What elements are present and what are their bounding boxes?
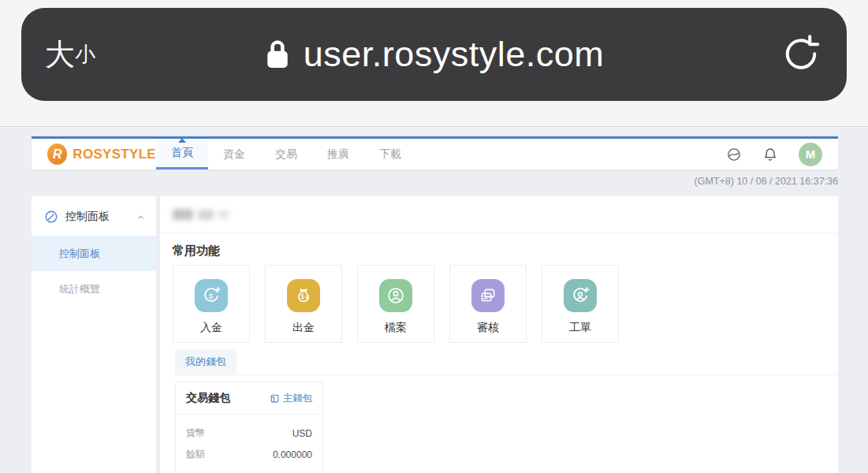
nav-item-home[interactable]: 首頁 (156, 139, 208, 169)
main-wallet-link[interactable]: 主錢包 (270, 392, 313, 405)
sidebar-item-dashboard[interactable]: 控制面板 (32, 236, 156, 271)
tab-my-wallet[interactable]: 我的錢包 (175, 349, 237, 374)
header-actions: M (726, 139, 838, 169)
nav-item-trade[interactable]: 交易 (260, 139, 312, 169)
page-title-row (160, 196, 838, 233)
profile-icon (379, 279, 412, 312)
wallet-card: 交易錢包 主錢包 貨幣 USD (175, 382, 323, 473)
content: 控制面板 控制面板 統計概覽 常用功能 (32, 196, 838, 473)
top-nav: 首頁 資金 交易 推廣 下載 (156, 139, 416, 169)
quick-action-cards: $ 入金 $ (173, 265, 825, 343)
timestamp: (GMT+8) 10 / 06 / 2021 16:37:36 (695, 176, 838, 187)
avatar[interactable]: M (799, 143, 822, 166)
quick-actions-section: 常用功能 $ 入金 (160, 233, 838, 343)
brand-logo[interactable]: R ROSYSTYLE (32, 139, 156, 169)
nav-item-download[interactable]: 下載 (364, 139, 416, 169)
review-icon (471, 279, 505, 312)
url-display: user.rosystyle.com (21, 8, 847, 101)
sidebar: 控制面板 控制面板 統計概覽 (32, 196, 156, 473)
wallet-tab-bar: 我的錢包 (175, 349, 838, 375)
browser-chrome: 大小 user.rosystyle.com (0, 0, 868, 127)
wallet-row-currency: 貨幣 USD (186, 423, 312, 444)
nav-item-promotion[interactable]: 推廣 (312, 139, 364, 169)
url-text: user.rosystyle.com (304, 34, 605, 75)
wallet-switch-icon (270, 393, 280, 404)
brand-name: ROSYSTYLE (73, 147, 156, 162)
section-title: 常用功能 (173, 244, 825, 259)
language-globe-icon[interactable] (726, 147, 742, 162)
card-withdraw[interactable]: $ 出金 (265, 265, 342, 343)
redacted-page-title (173, 209, 229, 220)
card-profile[interactable]: 檔案 (357, 265, 434, 343)
wallet-row-balance: 餘額 0.000000 (186, 444, 312, 465)
deposit-icon: $ (195, 279, 228, 312)
card-deposit[interactable]: $ 入金 (173, 265, 250, 343)
card-ticket[interactable]: 工單 (542, 265, 619, 343)
sidebar-group-dashboard[interactable]: 控制面板 (32, 196, 156, 236)
svg-text:$: $ (301, 292, 305, 300)
withdraw-icon: $ (287, 279, 320, 312)
reload-icon[interactable] (782, 34, 820, 75)
sidebar-group-label: 控制面板 (65, 210, 110, 224)
wallet-title: 交易錢包 (186, 391, 230, 405)
screen: 大小 user.rosystyle.com R ROSYSTYLE (0, 0, 868, 473)
notifications-bell-icon[interactable] (762, 147, 778, 162)
chevron-up-icon (136, 213, 145, 222)
wallet-card-header: 交易錢包 主錢包 (176, 382, 322, 415)
dashboard-gauge-icon (44, 210, 58, 224)
web-page: R ROSYSTYLE 首頁 資金 交易 推廣 下載 M (0, 128, 868, 473)
address-bar[interactable]: 大小 user.rosystyle.com (21, 8, 847, 101)
svg-text:$: $ (209, 292, 214, 300)
card-review[interactable]: 審核 (449, 265, 527, 343)
wallet-card-body: 貨幣 USD 餘額 0.000000 (176, 415, 322, 473)
brand-logo-icon: R (47, 143, 67, 165)
sidebar-item-statistics[interactable]: 統計概覽 (32, 271, 156, 307)
main-panel: 常用功能 $ 入金 (160, 196, 838, 473)
lock-icon (264, 37, 291, 72)
nav-item-funds[interactable]: 資金 (208, 139, 260, 169)
ticket-icon (564, 279, 597, 312)
site-header: R ROSYSTYLE 首頁 資金 交易 推廣 下載 M (32, 136, 838, 169)
